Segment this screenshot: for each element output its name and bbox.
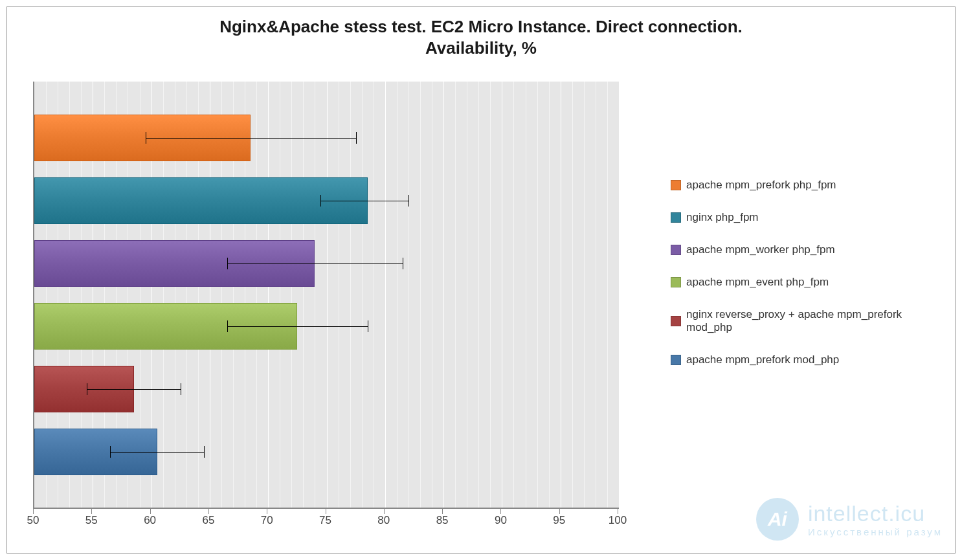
errorbar (110, 452, 203, 453)
x-tick-label: 55 (72, 514, 111, 527)
gridline-minor (303, 82, 304, 508)
errorbar-cap (146, 132, 146, 144)
legend-label: apache mpm_event php_fpm (686, 276, 829, 289)
legend-item: apache mpm_prefork mod_php (671, 353, 942, 366)
errorbar-cap (368, 320, 368, 332)
x-tick-mark (500, 509, 501, 514)
gridline-major (385, 82, 386, 508)
x-tick-mark (442, 509, 443, 514)
gridline-minor (596, 82, 596, 508)
x-tick-label: 95 (540, 514, 579, 527)
legend-swatch-icon (671, 277, 681, 287)
legend-label: apache mpm_prefork php_fpm (686, 179, 836, 192)
gridline-minor (397, 82, 397, 508)
gridline-minor (362, 82, 363, 508)
chart-title-line1: Nginx&Apache stess test. EC2 Micro Insta… (219, 17, 743, 36)
gridline-minor (280, 82, 280, 508)
legend-item: nginx php_fpm (671, 211, 942, 224)
gridline-minor (478, 82, 479, 508)
x-tick-label: 90 (481, 514, 520, 527)
x-tick-mark (150, 509, 151, 514)
x-tick-mark (326, 509, 326, 514)
gridline-minor (572, 82, 573, 508)
errorbar-cap (110, 446, 111, 458)
x-tick-mark (33, 509, 34, 514)
gridline-minor (408, 82, 409, 508)
chart-title: Nginx&Apache stess test. EC2 Micro Insta… (7, 7, 955, 58)
legend-label: apache mpm_worker php_fpm (686, 243, 835, 256)
plot-area (33, 82, 619, 509)
legend-swatch-icon (671, 212, 681, 223)
gridline-major (443, 82, 444, 508)
gridline-major (327, 82, 328, 508)
gridline-minor (607, 82, 608, 508)
legend-swatch-icon (671, 316, 681, 326)
legend-swatch-icon (671, 355, 681, 365)
x-tick-mark (618, 509, 618, 514)
legend-label: nginx reverse_proxy + apache mpm_prefork… (686, 308, 942, 334)
legend: apache mpm_prefork php_fpmnginx php_fpma… (645, 82, 942, 546)
x-tick-label: 70 (247, 514, 286, 527)
x-tick-label: 85 (423, 514, 462, 527)
x-tick-label: 75 (306, 514, 345, 527)
chart-frame: Nginx&Apache stess test. EC2 Micro Insta… (6, 6, 956, 554)
gridline-minor (490, 82, 491, 508)
errorbar-cap (356, 132, 357, 144)
gridline-major (268, 82, 269, 508)
errorbar (320, 201, 408, 201)
errorbar-cap (181, 383, 181, 395)
gridline-minor (432, 82, 432, 508)
errorbar (227, 326, 368, 327)
gridline-minor (584, 82, 585, 508)
x-tick-label: 60 (131, 514, 170, 527)
errorbar-cap (204, 446, 205, 458)
errorbar-cap (227, 320, 228, 332)
errorbar (87, 389, 180, 390)
errorbar (146, 138, 356, 139)
gridline-minor (291, 82, 292, 508)
errorbar (227, 263, 403, 264)
x-tick-label: 65 (189, 514, 228, 527)
gridline-minor (455, 82, 456, 508)
gridline-major (561, 82, 561, 508)
gridline-major (502, 82, 502, 508)
errorbar-cap (87, 383, 87, 395)
legend-swatch-icon (671, 180, 681, 190)
legend-item: nginx reverse_proxy + apache mpm_prefork… (671, 308, 942, 334)
legend-label: apache mpm_prefork mod_php (686, 353, 839, 366)
x-tick-mark (559, 509, 560, 514)
errorbar-cap (408, 195, 409, 207)
errorbar-cap (227, 258, 228, 269)
chart-body: 50556065707580859095100 apache mpm_prefo… (20, 82, 942, 546)
x-tick-mark (384, 509, 385, 514)
bar-nginx-php-fpm (34, 177, 368, 224)
gridline-minor (350, 82, 351, 508)
x-tick-label: 50 (14, 514, 52, 527)
errorbar-cap (320, 195, 321, 207)
gridline-minor (420, 82, 421, 508)
gridline-minor (339, 82, 339, 508)
gridline-minor (374, 82, 374, 508)
gridline-minor (315, 82, 315, 508)
x-tick-label: 100 (598, 514, 637, 527)
legend-item: apache mpm_event php_fpm (671, 276, 942, 289)
gridline-minor (513, 82, 514, 508)
legend-item: apache mpm_prefork php_fpm (671, 179, 942, 192)
x-tick-label: 80 (364, 514, 403, 527)
plot-wrap: 50556065707580859095100 (20, 82, 645, 546)
legend-item: apache mpm_worker php_fpm (671, 243, 942, 256)
gridline-minor (467, 82, 467, 508)
gridline-minor (549, 82, 550, 508)
gridline-minor (256, 82, 257, 508)
legend-swatch-icon (671, 245, 681, 255)
chart-title-line2: Availability, % (425, 38, 537, 58)
gridline-minor (537, 82, 538, 508)
x-tick-mark (91, 509, 92, 514)
gridline-minor (526, 82, 526, 508)
gridline-major (619, 82, 620, 508)
legend-label: nginx php_fpm (686, 211, 759, 224)
x-tick-mark (208, 509, 209, 514)
errorbar-cap (403, 258, 403, 269)
x-tick-mark (267, 509, 267, 514)
